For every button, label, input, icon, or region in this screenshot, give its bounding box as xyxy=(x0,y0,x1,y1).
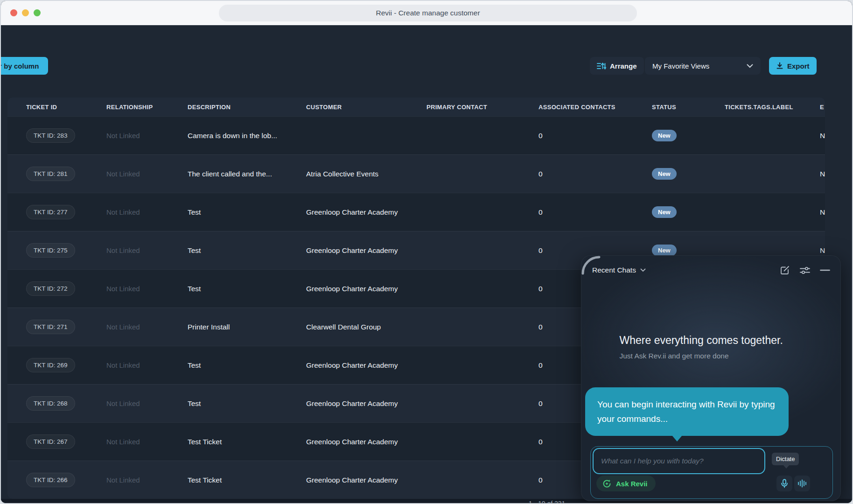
table-cell: Not Linked xyxy=(106,285,188,293)
table-cell: The client called and the... xyxy=(188,170,306,178)
column-header[interactable]: RELATIONSHIP xyxy=(106,104,188,111)
table-cell: New xyxy=(652,245,725,256)
status-badge: New xyxy=(652,130,677,141)
table-cell: Not Linked xyxy=(106,438,188,446)
table-cell: Greenloop Charter Academy xyxy=(306,208,426,217)
revii-sparkle-icon xyxy=(602,479,612,489)
table-cell: Test Ticket xyxy=(188,438,306,446)
titlebar: Revii - Create manage customer xyxy=(1,1,852,25)
microphone-button[interactable] xyxy=(776,476,792,491)
views-dropdown[interactable]: My Favorite Views xyxy=(645,57,761,75)
table-cell: 0 xyxy=(538,170,652,178)
table-cell: N xyxy=(820,170,825,178)
table-cell: Not Linked xyxy=(106,246,188,254)
column-header[interactable]: ASSOCIATED CONTACTS xyxy=(538,104,652,111)
ticket-id-pill: TKT ID: 272 xyxy=(26,281,75,296)
traffic-lights xyxy=(10,9,41,16)
onboarding-callout: You can begin interacting with Revii by … xyxy=(585,387,789,436)
column-header[interactable]: TICKETS.TAGS.LABEL xyxy=(725,104,820,111)
ticket-id-pill: TKT ID: 266 xyxy=(26,473,75,487)
filter-by-column-button[interactable]: er by column xyxy=(1,57,48,75)
table-row[interactable]: TKT ID: 277Not LinkedTestGreenloop Chart… xyxy=(7,193,825,231)
table-row[interactable]: TKT ID: 283Not LinkedCamera is down in t… xyxy=(7,116,825,154)
voice-wave-button[interactable] xyxy=(794,476,810,491)
table-cell: 0 xyxy=(538,208,652,217)
column-header[interactable]: STATUS xyxy=(652,104,725,111)
chat-hero: Where everything comes together. Just As… xyxy=(581,334,840,360)
table-cell: Greenloop Charter Academy xyxy=(306,476,426,484)
microphone-icon xyxy=(781,479,788,488)
recent-chats-label: Recent Chats xyxy=(592,266,636,274)
ticket-id-pill: TKT ID: 268 xyxy=(26,396,75,411)
close-window-button[interactable] xyxy=(10,9,17,16)
column-header[interactable]: TICKET ID xyxy=(26,104,106,111)
table-row[interactable]: TKT ID: 281Not LinkedThe client called a… xyxy=(7,154,825,193)
hero-heading: Where everything comes together. xyxy=(620,334,803,347)
status-badge: New xyxy=(652,206,677,218)
window-title: Revii - Create manage customer xyxy=(219,5,637,21)
app-window: Revii - Create manage customer er by col… xyxy=(0,0,853,504)
ask-revii-label: Ask Revii xyxy=(616,480,648,488)
table-cell: 0 xyxy=(538,132,652,140)
arrange-icon xyxy=(597,62,606,70)
ask-revii-button[interactable]: Ask Revii xyxy=(596,476,656,491)
recent-chats-dropdown[interactable]: Recent Chats xyxy=(592,266,646,274)
table-cell: Greenloop Charter Academy xyxy=(306,285,426,293)
minimize-panel-icon[interactable] xyxy=(820,269,830,271)
table-cell: New xyxy=(652,130,725,141)
table-cell: Clearwell Dental Group xyxy=(306,323,426,331)
table-cell: TKT ID: 272 xyxy=(26,281,106,296)
download-icon xyxy=(776,62,783,70)
table-cell: Not Linked xyxy=(106,208,188,216)
table-cell: Test xyxy=(188,208,306,217)
export-button[interactable]: Export xyxy=(769,57,817,75)
table-cell: Greenloop Charter Academy xyxy=(306,399,426,408)
table-cell: Greenloop Charter Academy xyxy=(306,438,426,446)
table-cell: 0 xyxy=(538,246,652,255)
table-cell: Camera is down in the lob... xyxy=(188,132,306,140)
table-cell: Test xyxy=(188,246,306,255)
table-cell: TKT ID: 277 xyxy=(26,205,106,219)
callout-tail xyxy=(672,435,682,441)
table-cell: Greenloop Charter Academy xyxy=(306,246,426,255)
table-cell: Not Linked xyxy=(106,399,188,407)
table-cell: New xyxy=(652,206,725,218)
table-cell: Test xyxy=(188,285,306,293)
ticket-id-pill: TKT ID: 269 xyxy=(26,358,75,372)
dictate-tooltip-tail xyxy=(783,465,790,469)
table-cell: N xyxy=(820,132,825,140)
chevron-down-icon xyxy=(747,64,753,68)
table-cell: Not Linked xyxy=(106,132,188,140)
ticket-id-pill: TKT ID: 277 xyxy=(26,205,75,219)
ticket-id-pill: TKT ID: 281 xyxy=(26,167,75,181)
status-badge: New xyxy=(652,168,677,180)
prompt-input[interactable] xyxy=(593,448,765,474)
dictate-tooltip: Dictate xyxy=(772,453,799,465)
table-header-row: TICKET IDRELATIONSHIPDESCRIPTIONCUSTOMER… xyxy=(7,98,825,116)
table-cell: Not Linked xyxy=(106,476,188,484)
arrange-label: Arrange xyxy=(610,62,637,70)
table-cell: Test Ticket xyxy=(188,476,306,484)
table-cell: N xyxy=(820,246,825,255)
views-dropdown-value: My Favorite Views xyxy=(652,62,709,70)
table-cell: Greenloop Charter Academy xyxy=(306,361,426,370)
table-cell: Printer Install xyxy=(188,323,306,331)
new-chat-icon[interactable] xyxy=(780,265,790,275)
revii-chat-panel: Recent Chats xyxy=(581,255,841,501)
ticket-id-pill: TKT ID: 283 xyxy=(26,128,75,143)
column-header[interactable]: E xyxy=(820,104,825,111)
status-badge: New xyxy=(652,245,677,256)
prompt-container: Ask Revii xyxy=(590,446,833,499)
minimize-window-button[interactable] xyxy=(22,9,29,16)
waveform-icon xyxy=(797,479,807,488)
table-cell: TKT ID: 267 xyxy=(26,434,106,449)
maximize-window-button[interactable] xyxy=(34,9,41,16)
column-header[interactable]: DESCRIPTION xyxy=(188,104,306,111)
table-cell: Not Linked xyxy=(106,323,188,331)
settings-sliders-icon[interactable] xyxy=(800,266,810,275)
column-header[interactable]: PRIMARY CONTACT xyxy=(426,104,538,111)
column-header[interactable]: CUSTOMER xyxy=(306,104,426,111)
arrange-button[interactable]: Arrange xyxy=(590,57,644,75)
table-cell: TKT ID: 275 xyxy=(26,243,106,258)
page-content: er by column Arrange My Favorite Views xyxy=(1,25,852,504)
